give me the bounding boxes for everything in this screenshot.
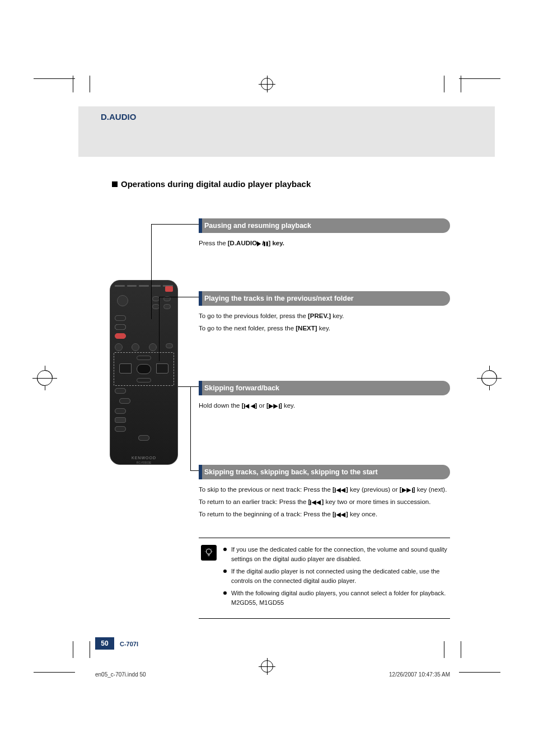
tip-list: If you use the dedicated cable for the c… <box>223 545 450 607</box>
section-title: Playing the tracks in the previous/next … <box>199 291 450 306</box>
svg-marker-6 <box>269 404 273 408</box>
body-text: To skip to the previous or next track: P… <box>199 485 450 495</box>
svg-marker-13 <box>406 488 411 492</box>
svg-marker-10 <box>336 488 340 492</box>
page-heading: Operations during digital audio player p… <box>112 179 311 189</box>
tip-item: With the following digital audio players… <box>223 589 450 607</box>
callout-line <box>151 224 152 319</box>
svg-marker-19 <box>336 512 340 517</box>
body-text: To go to the next folder, press the [NEX… <box>199 324 450 334</box>
svg-marker-11 <box>341 488 345 492</box>
remote-control-illustration: KENWOOD RC-F0503E <box>110 280 178 465</box>
crop-marks-top <box>0 67 534 101</box>
svg-rect-9 <box>335 488 336 492</box>
callout-line <box>190 470 199 471</box>
next-key-icon <box>156 363 168 374</box>
skip-back-icon <box>335 488 346 493</box>
svg-marker-5 <box>250 404 255 408</box>
crop-marks-bottom <box>0 650 534 683</box>
callout-line <box>159 297 199 297</box>
body-text: Hold down the [] or [] key. <box>199 401 450 411</box>
svg-marker-17 <box>316 500 321 505</box>
section-pausing: Pausing and resuming playback Press the … <box>199 218 450 249</box>
prev-key-icon <box>119 363 132 374</box>
svg-rect-1 <box>264 242 265 246</box>
registration-mark-icon <box>34 367 56 389</box>
registration-mark-icon <box>261 660 273 673</box>
callout-line <box>151 224 199 225</box>
svg-point-21 <box>207 549 212 554</box>
svg-marker-16 <box>312 500 316 505</box>
skip-back-icon <box>244 404 255 409</box>
registration-mark-icon <box>478 367 500 389</box>
dpad <box>123 358 165 380</box>
section-header-band <box>78 106 495 157</box>
remote-model: RC-F0503E <box>110 461 177 464</box>
body-text: To go to the previous folder, press the … <box>199 311 450 321</box>
section-title: Skipping forward/back <box>199 381 450 395</box>
manual-page: D.AUDIO Operations during digital audio … <box>0 0 534 756</box>
svg-marker-4 <box>245 404 249 408</box>
registration-mark-icon <box>261 78 273 90</box>
svg-rect-15 <box>310 500 311 505</box>
square-bullet-icon <box>112 181 118 187</box>
section-title: Pausing and resuming playback <box>199 218 450 233</box>
body-text: To return to an earlier track: Press the… <box>199 497 450 507</box>
section-header-title: D.AUDIO <box>101 112 136 122</box>
section-skip-tracks: Skipping tracks, skipping back, skipping… <box>199 465 450 519</box>
svg-rect-3 <box>244 404 245 408</box>
svg-rect-18 <box>335 512 336 517</box>
skip-forward-icon <box>402 488 413 493</box>
body-text: To return to the beginning of a track: P… <box>199 510 450 520</box>
page-heading-text: Operations during digital audio player p… <box>121 179 311 189</box>
lightbulb-icon <box>201 545 217 561</box>
body-text: Press the [D.AUDIO/] key. <box>199 239 450 249</box>
callout-line <box>178 386 199 387</box>
section-skip-forward-back: Skipping forward/back Hold down the [] o… <box>199 381 450 411</box>
section-title: Skipping tracks, skipping back, skipping… <box>199 465 450 479</box>
skip-back-icon <box>335 512 346 517</box>
svg-rect-8 <box>279 404 280 408</box>
skip-forward-icon <box>269 404 280 409</box>
section-folder: Playing the tracks in the previous/next … <box>199 291 450 334</box>
tip-item: If you use the dedicated cable for the c… <box>223 545 450 563</box>
page-number: 50 <box>95 637 114 650</box>
tip-box: If you use the dedicated cable for the c… <box>199 538 450 619</box>
svg-marker-0 <box>257 241 261 246</box>
svg-marker-20 <box>341 512 345 517</box>
svg-marker-7 <box>273 404 278 408</box>
remote-brand: KENWOOD <box>110 456 177 460</box>
svg-rect-14 <box>412 488 413 492</box>
tip-item: If the digital audio player is not conne… <box>223 567 450 585</box>
skip-back-icon <box>310 500 321 505</box>
power-icon <box>165 286 173 292</box>
callout-line <box>190 386 191 470</box>
footer-model: C-707I <box>120 641 138 647</box>
callout-line <box>159 297 160 361</box>
svg-marker-12 <box>402 488 406 492</box>
play-icon <box>257 241 262 246</box>
